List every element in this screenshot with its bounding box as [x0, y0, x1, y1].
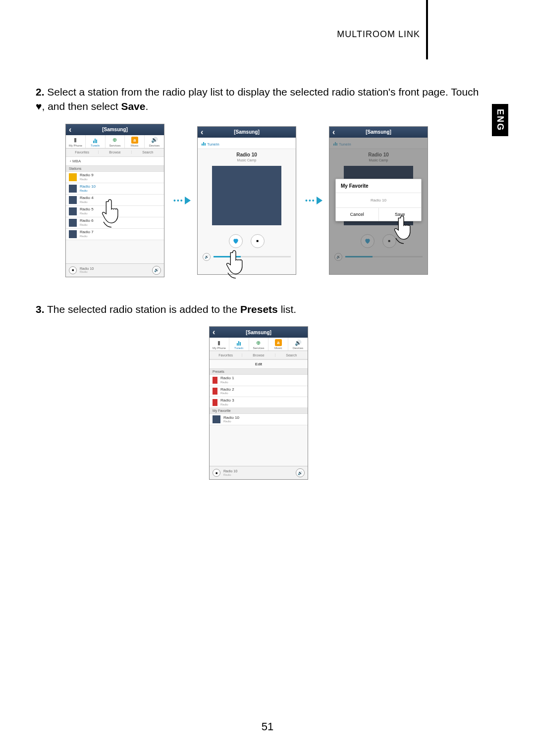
globe-icon: ⊕: [106, 137, 125, 144]
header-divider: [426, 0, 428, 59]
list-item[interactable]: Radio 4Radio: [66, 195, 164, 206]
volume-icon[interactable]: 🔊: [152, 266, 161, 275]
edit-button[interactable]: Edit: [210, 359, 308, 369]
now-playing-bar[interactable]: ■ Radio 10Radio 🔊: [66, 263, 164, 277]
step-3: 3. The selected radio station is added t…: [36, 302, 482, 316]
bookmark-icon: [213, 399, 217, 406]
heart-icon: ♥: [36, 101, 42, 112]
app-title: [Samsung]: [66, 127, 164, 132]
now-playing-subtitle: Music Camp: [198, 158, 296, 166]
subtabs: Favorites Browse Search: [210, 351, 308, 359]
src-devices[interactable]: 🔊Devices: [145, 135, 164, 148]
list-item[interactable]: Radio 10Radio: [210, 414, 308, 425]
now-playing-title: Radio 10: [198, 149, 296, 158]
save-dialog: My Favorite Radio 10 Cancel Save: [335, 179, 422, 221]
station-art-icon: [69, 196, 77, 204]
phone-icon: ▮: [66, 137, 85, 144]
subtabs: Favorites Browse Search: [66, 149, 164, 157]
amazon-icon: a: [268, 339, 288, 346]
station-art-icon: [69, 173, 77, 181]
screenshot-save-dialog: ‹ [Samsung] TuneIn Radio 10 Music Camp ■…: [329, 126, 428, 275]
page-number: 51: [0, 720, 535, 733]
app-title: [Samsung]: [198, 129, 296, 135]
src-music[interactable]: aMusic: [268, 338, 288, 351]
tunein-icon: [86, 137, 105, 144]
list-item[interactable]: Radio 5Radio: [66, 206, 164, 217]
app-topbar: ‹ [Samsung]: [198, 127, 296, 138]
src-music[interactable]: aMusic: [125, 135, 145, 148]
phone-icon: ▮: [210, 339, 229, 346]
src-services[interactable]: ⊕Services: [249, 338, 269, 351]
tab-search[interactable]: Search: [275, 353, 308, 357]
section-presets: Presets: [210, 369, 308, 375]
app-topbar: ‹ [Samsung]: [329, 127, 428, 138]
screenshot-presets: ‹ [Samsung] ▮My Phone TuneIn ⊕Services a…: [209, 326, 308, 480]
app-topbar: ‹ [Samsung]: [210, 327, 308, 338]
player-controls: ■: [198, 234, 296, 248]
list-item[interactable]: Radio 9Radio: [66, 172, 164, 183]
src-tunein[interactable]: TuneIn: [229, 338, 249, 351]
tab-favorites[interactable]: Favorites: [66, 151, 99, 154]
tab-browse[interactable]: Browse: [99, 151, 131, 154]
list-item[interactable]: Radio 10Radio: [66, 183, 164, 195]
app-title: [Samsung]: [329, 129, 428, 135]
list-item[interactable]: Radio 2Radio: [210, 386, 308, 397]
volume-slider[interactable]: 🔊: [198, 248, 296, 261]
list-item[interactable]: Radio 7Radio: [66, 229, 164, 240]
service-label: TuneIn: [198, 138, 296, 149]
app-topbar: ‹ [Samsung]: [66, 124, 164, 135]
favorite-button[interactable]: [229, 234, 243, 248]
stop-icon[interactable]: ■: [213, 469, 220, 477]
src-myphone[interactable]: ▮My Phone: [210, 338, 229, 351]
globe-icon: ⊕: [249, 339, 268, 346]
step-2: 2. Select a station from the radio play …: [36, 85, 482, 114]
arrow-icon: •••: [173, 196, 188, 205]
section-myfavorite: My Favorite: [210, 408, 308, 414]
dialog-buttons: Cancel Save: [336, 207, 421, 221]
dialog-row[interactable]: Radio 10: [336, 193, 421, 207]
bookmark-icon: [213, 377, 217, 384]
list-item[interactable]: Radio 1Radio: [210, 375, 308, 386]
page-content: 2. Select a station from the radio play …: [36, 74, 482, 480]
speaker-icon: 🔊: [145, 137, 164, 144]
src-services[interactable]: ⊕Services: [106, 135, 125, 148]
list-item[interactable]: Radio 3Radio: [210, 397, 308, 408]
stop-icon[interactable]: ■: [69, 266, 77, 274]
volume-icon[interactable]: 🔊: [296, 468, 305, 477]
src-tunein[interactable]: TuneIn: [86, 135, 106, 148]
save-button[interactable]: Save: [379, 208, 422, 221]
src-devices[interactable]: 🔊Devices: [288, 338, 308, 351]
breadcrumb[interactable]: ‹ MBA: [66, 157, 164, 166]
amazon-icon: a: [125, 137, 144, 144]
source-tabs: ▮My Phone TuneIn ⊕Services aMusic 🔊Devic…: [210, 338, 308, 351]
section-stations: Stations: [66, 166, 164, 172]
section-header: MULTIROOM LINK: [337, 29, 420, 40]
station-art-icon: [213, 415, 220, 423]
dialog-title: My Favorite: [336, 179, 421, 193]
screenshot-player: ‹ [Samsung] TuneIn Radio 10 Music Camp ■…: [197, 126, 296, 275]
tunein-icon: [229, 339, 249, 346]
bookmark-icon: [213, 388, 217, 395]
source-tabs: ▮My Phone TuneIn ⊕Services aMusic 🔊Devic…: [66, 135, 164, 149]
screenshot-station-list: ‹ [Samsung] ▮My Phone TuneIn ⊕Services a…: [65, 124, 164, 277]
arrow-icon: •••: [305, 196, 320, 205]
src-myphone[interactable]: ▮My Phone: [66, 135, 86, 148]
language-tab: ENG: [492, 104, 508, 136]
tab-search[interactable]: Search: [132, 151, 164, 154]
station-art-icon: [69, 207, 77, 215]
station-art-icon: [69, 230, 77, 238]
tab-browse[interactable]: Browse: [242, 353, 275, 357]
station-art-icon: [69, 185, 77, 193]
step3-screenshot: ‹ [Samsung] ▮My Phone TuneIn ⊕Services a…: [36, 326, 482, 480]
album-art: [212, 166, 281, 225]
list-item[interactable]: Radio 6Radio: [66, 217, 164, 229]
volume-icon[interactable]: 🔊: [203, 253, 211, 261]
cancel-button[interactable]: Cancel: [336, 208, 379, 221]
tab-favorites[interactable]: Favorites: [210, 353, 242, 357]
now-playing-bar[interactable]: ■ Radio 10Radio 🔊: [210, 466, 308, 479]
station-art-icon: [69, 219, 77, 227]
stop-button[interactable]: ■: [251, 234, 265, 248]
step2-screenshots: ‹ [Samsung] ▮My Phone TuneIn ⊕Services a…: [65, 124, 482, 277]
speaker-icon: 🔊: [288, 339, 308, 346]
app-title: [Samsung]: [210, 330, 308, 335]
